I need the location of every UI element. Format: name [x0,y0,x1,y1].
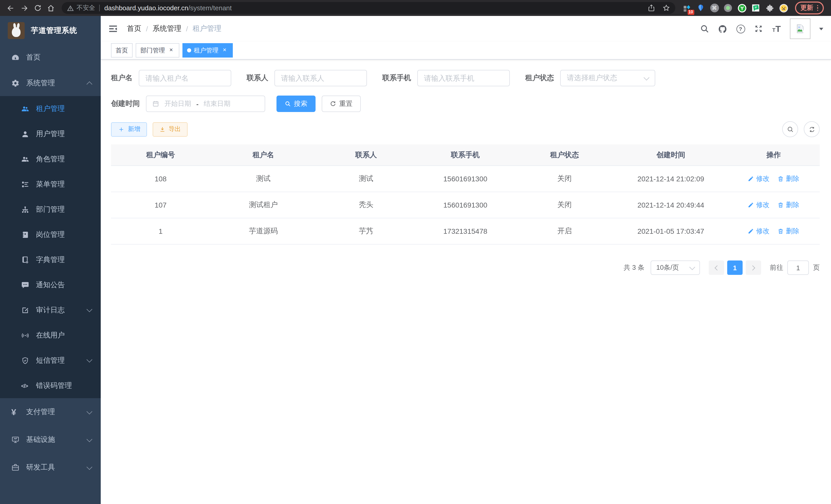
contact-input[interactable] [275,70,367,86]
tags-view-bar: 首页 部门管理 × 租户管理 × [101,41,831,60]
home-icon[interactable] [44,1,58,14]
pagination: 共 3 条 10条/页 1 前往 页 [111,261,820,275]
font-size-icon[interactable]: TT [772,24,781,33]
table-row: 107 测试租户 秃头 15601691300 关闭 2021-12-14 20… [111,192,820,218]
bookmark-star-icon[interactable] [662,4,670,12]
sidebar-item-menu[interactable]: 菜单管理 [0,172,101,197]
next-page-button[interactable] [746,261,761,275]
back-icon[interactable] [4,1,18,14]
page-size-select[interactable]: 10条/页 [651,261,700,275]
sidebar-item-label: 岗位管理 [36,230,65,239]
extension-chat-icon[interactable] [751,3,760,12]
sidebar-section-pay: ¥ 支付管理 [0,398,101,426]
col-actions: 操作 [727,144,820,166]
extension-recorder-icon[interactable] [723,3,733,12]
sidebar-item-home[interactable]: 首页 [0,45,101,70]
help-icon[interactable]: ? [736,24,745,33]
sidebar-item-dict[interactable]: 字典管理 [0,247,101,272]
sidebar-item-sms[interactable]: 短信管理 [0,348,101,373]
sidebar-item-label: 研发工具 [26,463,55,472]
cell-mobile: 15601691300 [416,166,515,192]
tab-home[interactable]: 首页 [111,43,133,58]
sidebar-item-label: 短信管理 [36,356,65,365]
browser-menu-icon[interactable] [817,5,818,11]
sidebar-item-system[interactable]: 系统管理 [0,70,101,96]
sidebar-item-role[interactable]: 角色管理 [0,146,101,172]
extensions-area: 10 ⌘ 更新 [679,2,827,14]
mobile-input[interactable] [417,70,510,86]
close-icon[interactable]: × [221,47,228,54]
filter-contact: 联系人 [247,70,367,86]
sidebar-item-post[interactable]: 岗位管理 [0,222,101,247]
delete-link[interactable]: 删除 [778,227,799,236]
add-button[interactable]: ＋ 新增 [111,122,147,137]
edit-link[interactable]: 修改 [748,200,770,210]
profile-avatar-icon[interactable] [779,3,788,12]
tab-tenant[interactable]: 租户管理 × [182,43,233,58]
delete-link[interactable]: 删除 [778,200,799,210]
update-label: 更新 [800,4,813,12]
tab-dept[interactable]: 部门管理 × [136,43,179,58]
edit-link[interactable]: 修改 [748,174,770,183]
extensions-puzzle-icon[interactable] [765,3,774,12]
sidebar-item-online-user[interactable]: 在线用户 [0,323,101,348]
github-icon[interactable] [718,24,727,33]
sidebar-logo[interactable]: 芋道管理系统 [0,16,101,45]
sidebar-item-notice[interactable]: 通知公告 [0,272,101,297]
close-icon[interactable]: × [168,47,175,54]
sidebar-item-devtools[interactable]: 研发工具 [0,454,101,481]
extension-snippets-icon[interactable]: 10 [682,3,691,12]
sidebar: 芋道管理系统 首页 系统管理 [0,16,101,504]
cell-created: 2021-12-14 21:02:09 [614,166,727,192]
col-contact: 联系人 [317,144,416,166]
sidebar-item-error-code[interactable]: </> 错误码管理 [0,373,101,398]
reset-button[interactable]: 重置 [322,95,361,112]
avatar-dropdown-caret-icon[interactable] [819,28,823,30]
sidebar-collapse-icon[interactable] [108,24,118,34]
active-tab-dot [187,48,191,52]
sidebar-item-tenant[interactable]: 租户管理 [0,96,101,121]
extension-balloon-icon[interactable] [696,3,705,12]
tenant-name-input[interactable] [139,70,231,86]
export-button[interactable]: 导出 [153,122,188,137]
sidebar-item-dept[interactable]: 部门管理 [0,197,101,222]
yen-icon: ¥ [11,408,20,416]
screen: 不安全 dashboard.yudao.iocoder.cn /system/t… [0,0,831,504]
date-range-picker[interactable]: 开始日期 - 结束日期 [146,95,265,112]
table-toolbar: ＋ 新增 导出 [111,121,820,137]
sidebar-item-audit-log[interactable]: 审计日志 [0,297,101,323]
sidebar-item-pay[interactable]: ¥ 支付管理 [0,398,101,426]
reload-icon[interactable] [31,1,44,14]
cell-mobile: 15601691300 [416,192,515,218]
sidebar-item-user[interactable]: 用户管理 [0,121,101,146]
cell-contact: 秃头 [317,192,416,218]
goto-page-input[interactable] [787,261,809,275]
extension-y-logo-icon[interactable] [737,3,746,12]
breadcrumb-system[interactable]: 系统管理 [153,24,181,33]
toggle-search-icon-button[interactable] [782,121,798,137]
prev-page-button[interactable] [709,261,724,275]
position-badge-icon [21,230,29,239]
delete-link[interactable]: 删除 [778,174,799,183]
url-path[interactable]: /system/tenant [188,4,232,12]
user-avatar[interactable] [790,19,810,39]
fullscreen-icon[interactable] [754,24,763,33]
forward-icon[interactable] [18,1,31,14]
share-icon[interactable] [647,4,655,12]
security-label[interactable]: 不安全 [77,4,95,12]
refresh-table-icon-button[interactable] [804,121,820,137]
tenant-name-label: 租户名 [111,73,133,83]
status-select[interactable]: 请选择租户状态 [560,70,655,86]
current-page-button[interactable]: 1 [727,261,743,275]
url-host[interactable]: dashboard.yudao.iocoder.cn [104,4,188,12]
edit-link[interactable]: 修改 [748,227,770,236]
sidebar-item-infra[interactable]: 基础设施 [0,426,101,454]
breadcrumb-home[interactable]: 首页 [127,24,141,33]
chrome-update-button[interactable]: 更新 [795,2,824,14]
address-bar[interactable]: 不安全 dashboard.yudao.iocoder.cn /system/t… [62,2,675,14]
search-icon[interactable] [700,24,709,33]
search-button[interactable]: 搜索 [277,95,316,112]
chevron-down-icon [689,264,695,270]
extension-command-icon[interactable]: ⌘ [710,4,719,12]
tree-list-icon [21,180,29,188]
